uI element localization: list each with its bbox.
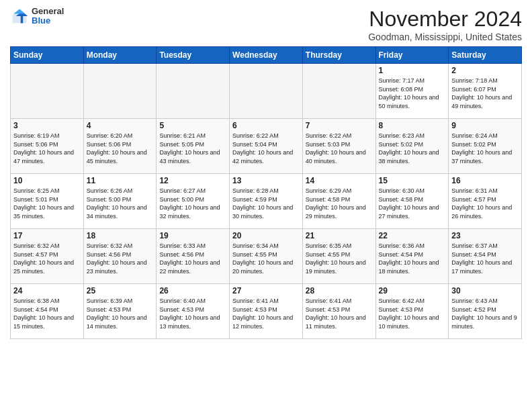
- calendar-week-row: 17Sunrise: 6:32 AM Sunset: 4:57 PM Dayli…: [11, 229, 522, 284]
- day-info: Sunrise: 6:39 AM Sunset: 4:53 PM Dayligh…: [87, 297, 154, 330]
- day-info: Sunrise: 6:28 AM Sunset: 4:59 PM Dayligh…: [232, 187, 300, 220]
- logo-general: General: [32, 7, 64, 16]
- day-info: Sunrise: 6:33 AM Sunset: 4:56 PM Dayligh…: [159, 242, 226, 275]
- day-info: Sunrise: 6:22 AM Sunset: 5:04 PM Dayligh…: [232, 132, 300, 165]
- calendar-cell: [302, 64, 375, 119]
- day-number: 11: [87, 176, 154, 185]
- day-number: 25: [87, 286, 154, 295]
- day-info: Sunrise: 6:22 AM Sunset: 5:03 PM Dayligh…: [306, 132, 373, 165]
- day-info: Sunrise: 6:32 AM Sunset: 4:56 PM Dayligh…: [87, 242, 154, 275]
- calendar-week-row: 24Sunrise: 6:38 AM Sunset: 4:54 PM Dayli…: [11, 284, 522, 339]
- day-info: Sunrise: 6:35 AM Sunset: 4:55 PM Dayligh…: [306, 242, 373, 275]
- calendar-cell: 25Sunrise: 6:39 AM Sunset: 4:53 PM Dayli…: [83, 284, 157, 339]
- day-info: Sunrise: 6:31 AM Sunset: 4:57 PM Dayligh…: [451, 187, 519, 220]
- day-number: 28: [306, 286, 373, 295]
- day-number: 2: [451, 66, 519, 75]
- location: Goodman, Mississippi, United States: [368, 32, 522, 42]
- day-info: Sunrise: 6:21 AM Sunset: 5:05 PM Dayligh…: [159, 132, 226, 165]
- calendar-cell: 14Sunrise: 6:29 AM Sunset: 4:58 PM Dayli…: [302, 174, 375, 229]
- calendar-table: Sunday Monday Tuesday Wednesday Thursday…: [10, 46, 522, 339]
- calendar-cell: 2Sunrise: 7:18 AM Sunset: 6:07 PM Daylig…: [449, 64, 522, 119]
- calendar-cell: 16Sunrise: 6:31 AM Sunset: 4:57 PM Dayli…: [449, 174, 522, 229]
- day-info: Sunrise: 6:23 AM Sunset: 5:02 PM Dayligh…: [379, 132, 446, 165]
- calendar-cell: 27Sunrise: 6:41 AM Sunset: 4:53 PM Dayli…: [230, 284, 303, 339]
- day-info: Sunrise: 7:18 AM Sunset: 6:07 PM Dayligh…: [451, 77, 519, 110]
- header-saturday: Saturday: [449, 47, 522, 64]
- day-number: 9: [451, 121, 519, 130]
- day-info: Sunrise: 6:19 AM Sunset: 5:06 PM Dayligh…: [13, 132, 81, 165]
- day-info: Sunrise: 6:40 AM Sunset: 4:53 PM Dayligh…: [159, 297, 226, 330]
- day-info: Sunrise: 6:34 AM Sunset: 4:55 PM Dayligh…: [232, 242, 300, 275]
- calendar-cell: 10Sunrise: 6:25 AM Sunset: 5:01 PM Dayli…: [11, 174, 84, 229]
- calendar-cell: 4Sunrise: 6:20 AM Sunset: 5:06 PM Daylig…: [83, 119, 157, 174]
- day-number: 22: [379, 231, 446, 240]
- day-number: 17: [13, 231, 81, 240]
- calendar-cell: 24Sunrise: 6:38 AM Sunset: 4:54 PM Dayli…: [11, 284, 84, 339]
- calendar-cell: 26Sunrise: 6:40 AM Sunset: 4:53 PM Dayli…: [157, 284, 230, 339]
- calendar-cell: [157, 64, 230, 119]
- day-info: Sunrise: 6:41 AM Sunset: 4:53 PM Dayligh…: [232, 297, 300, 330]
- day-info: Sunrise: 6:30 AM Sunset: 4:58 PM Dayligh…: [379, 187, 446, 220]
- day-info: Sunrise: 6:36 AM Sunset: 4:54 PM Dayligh…: [379, 242, 446, 275]
- calendar-cell: 11Sunrise: 6:26 AM Sunset: 5:00 PM Dayli…: [83, 174, 157, 229]
- calendar-cell: [83, 64, 157, 119]
- calendar-cell: 8Sunrise: 6:23 AM Sunset: 5:02 PM Daylig…: [375, 119, 449, 174]
- day-number: 16: [451, 176, 519, 185]
- calendar-cell: 17Sunrise: 6:32 AM Sunset: 4:57 PM Dayli…: [11, 229, 84, 284]
- calendar-cell: 29Sunrise: 6:42 AM Sunset: 4:53 PM Dayli…: [375, 284, 449, 339]
- day-info: Sunrise: 6:29 AM Sunset: 4:58 PM Dayligh…: [306, 187, 373, 220]
- page-container: General Blue November 2024 Goodman, Miss…: [0, 0, 532, 342]
- month-title: November 2024: [368, 7, 522, 32]
- day-number: 19: [159, 231, 226, 240]
- header-sunday: Sunday: [11, 47, 84, 64]
- calendar-cell: 15Sunrise: 6:30 AM Sunset: 4:58 PM Dayli…: [375, 174, 449, 229]
- calendar-cell: 20Sunrise: 6:34 AM Sunset: 4:55 PM Dayli…: [230, 229, 303, 284]
- day-info: Sunrise: 6:27 AM Sunset: 5:00 PM Dayligh…: [159, 187, 226, 220]
- calendar-week-row: 1Sunrise: 7:17 AM Sunset: 6:08 PM Daylig…: [11, 64, 522, 119]
- day-number: 23: [451, 231, 519, 240]
- calendar-cell: 3Sunrise: 6:19 AM Sunset: 5:06 PM Daylig…: [11, 119, 84, 174]
- calendar-cell: 12Sunrise: 6:27 AM Sunset: 5:00 PM Dayli…: [157, 174, 230, 229]
- calendar-week-row: 3Sunrise: 6:19 AM Sunset: 5:06 PM Daylig…: [11, 119, 522, 174]
- header-friday: Friday: [375, 47, 449, 64]
- day-number: 18: [87, 231, 154, 240]
- weekday-header-row: Sunday Monday Tuesday Wednesday Thursday…: [11, 47, 522, 64]
- day-number: 6: [232, 121, 300, 130]
- day-number: 14: [306, 176, 373, 185]
- calendar-cell: 6Sunrise: 6:22 AM Sunset: 5:04 PM Daylig…: [230, 119, 303, 174]
- day-info: Sunrise: 6:26 AM Sunset: 5:00 PM Dayligh…: [87, 187, 154, 220]
- calendar-header: Sunday Monday Tuesday Wednesday Thursday…: [11, 47, 522, 64]
- day-number: 1: [379, 66, 446, 75]
- header-tuesday: Tuesday: [157, 47, 230, 64]
- calendar-week-row: 10Sunrise: 6:25 AM Sunset: 5:01 PM Dayli…: [11, 174, 522, 229]
- logo-blue: Blue: [32, 16, 64, 26]
- calendar-cell: 21Sunrise: 6:35 AM Sunset: 4:55 PM Dayli…: [302, 229, 375, 284]
- calendar-cell: 19Sunrise: 6:33 AM Sunset: 4:56 PM Dayli…: [157, 229, 230, 284]
- calendar-body: 1Sunrise: 7:17 AM Sunset: 6:08 PM Daylig…: [11, 64, 522, 339]
- title-section: November 2024 Goodman, Mississippi, Unit…: [368, 7, 522, 42]
- calendar-cell: [230, 64, 303, 119]
- calendar-cell: 5Sunrise: 6:21 AM Sunset: 5:05 PM Daylig…: [157, 119, 230, 174]
- day-number: 20: [232, 231, 300, 240]
- day-number: 26: [159, 286, 226, 295]
- day-info: Sunrise: 6:42 AM Sunset: 4:53 PM Dayligh…: [379, 297, 446, 330]
- day-number: 30: [451, 286, 519, 295]
- day-number: 7: [306, 121, 373, 130]
- day-number: 27: [232, 286, 300, 295]
- header-row: General Blue November 2024 Goodman, Miss…: [10, 7, 522, 42]
- day-number: 3: [13, 121, 81, 130]
- calendar-cell: 28Sunrise: 6:41 AM Sunset: 4:53 PM Dayli…: [302, 284, 375, 339]
- day-info: Sunrise: 6:37 AM Sunset: 4:54 PM Dayligh…: [451, 242, 519, 275]
- calendar-cell: [11, 64, 84, 119]
- day-number: 15: [379, 176, 446, 185]
- day-info: Sunrise: 6:32 AM Sunset: 4:57 PM Dayligh…: [13, 242, 81, 275]
- calendar-cell: 23Sunrise: 6:37 AM Sunset: 4:54 PM Dayli…: [449, 229, 522, 284]
- day-number: 13: [232, 176, 300, 185]
- logo-icon: [10, 7, 29, 26]
- day-number: 8: [379, 121, 446, 130]
- day-info: Sunrise: 6:24 AM Sunset: 5:02 PM Dayligh…: [451, 132, 519, 165]
- calendar-cell: 18Sunrise: 6:32 AM Sunset: 4:56 PM Dayli…: [83, 229, 157, 284]
- calendar-cell: 1Sunrise: 7:17 AM Sunset: 6:08 PM Daylig…: [375, 64, 449, 119]
- day-info: Sunrise: 6:43 AM Sunset: 4:52 PM Dayligh…: [451, 297, 519, 330]
- day-number: 4: [87, 121, 154, 130]
